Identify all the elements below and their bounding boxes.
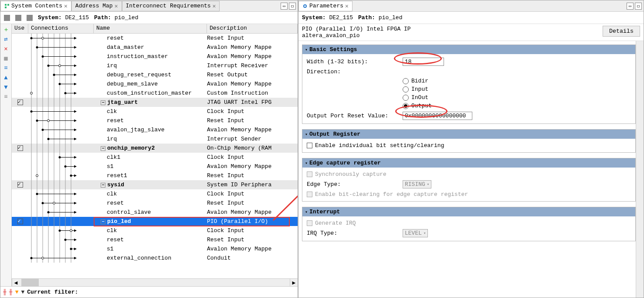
move-down-button[interactable]: ▼ — [2, 83, 10, 91]
checkbox-icon — [307, 171, 312, 177]
collapse-icon[interactable] — [4, 15, 10, 21]
close-icon[interactable]: ✕ — [213, 3, 216, 10]
direction-radio-input[interactable]: Input — [403, 86, 631, 92]
signal-row[interactable]: resetReset Input — [12, 235, 298, 244]
vertical-scrollbar[interactable] — [636, 41, 644, 298]
scroll-thumb[interactable] — [21, 279, 39, 286]
scroll-right-icon[interactable]: ▶ — [290, 279, 298, 286]
column-description[interactable]: Description — [207, 24, 298, 33]
signal-row[interactable]: clkClock Input — [12, 226, 298, 235]
component-row[interactable]: −sysidSystem ID Periphera — [12, 180, 298, 189]
maximize-button[interactable]: ◻ — [289, 3, 296, 10]
tab-address-map[interactable]: Address Map ✕ — [71, 1, 122, 11]
scroll-left-icon[interactable]: ◀ — [12, 279, 20, 286]
signal-row[interactable]: external_connectionConduit — [12, 253, 298, 263]
section-title[interactable]: ▾Edge capture register — [302, 158, 635, 168]
row-description: Reset Output — [207, 72, 298, 78]
use-checkbox[interactable] — [17, 99, 23, 105]
close-icon[interactable]: ✕ — [64, 3, 68, 10]
signal-row[interactable]: irqInterrupt Receiver — [12, 61, 298, 70]
collapse-icon[interactable]: − — [101, 146, 105, 151]
collapse-icon[interactable]: − — [101, 183, 105, 188]
breadcrumb: System: DE2_115 Path: pio_led — [0, 12, 298, 24]
reset-value-input[interactable] — [403, 112, 472, 120]
column-use[interactable]: Use — [12, 24, 28, 33]
system-label: System: DE2_115 — [302, 14, 353, 21]
signal-row[interactable]: debug_reset_requestReset Output — [12, 70, 298, 79]
gear-icon — [302, 3, 308, 9]
enable-bit-checkbox[interactable]: Enable individual bit setting/clearing — [307, 142, 631, 149]
direction-radio-bidir[interactable]: Bidir — [403, 78, 631, 84]
direction-radio-inout[interactable]: InOut — [403, 94, 631, 101]
expand-icon[interactable] — [15, 15, 21, 21]
signal-row[interactable]: custom_instruction_masterCustom Instruct… — [12, 89, 298, 98]
tab-parameters[interactable]: Parameters ✕ — [298, 1, 353, 11]
funnel-icon[interactable]: ▼ — [15, 289, 19, 295]
signal-row[interactable]: clk1Clock Input — [12, 153, 298, 162]
signal-row[interactable]: resetReset Input — [12, 199, 298, 208]
component-row[interactable]: −onchip_memory2On-Chip Memory (RAM — [12, 144, 298, 153]
signal-row[interactable]: resetReset Input — [12, 116, 298, 125]
collapse-icon: ▾ — [305, 47, 308, 52]
details-button[interactable]: Details — [603, 26, 640, 37]
maximize-button[interactable]: ◻ — [635, 3, 642, 10]
signal-row[interactable]: resetReset Input — [12, 34, 298, 43]
row-name: reset1 — [107, 172, 127, 179]
collapse-icon[interactable]: − — [101, 219, 105, 224]
connect-button[interactable]: ⇄ — [2, 35, 10, 43]
signal-row[interactable]: s1Avalon Memory Mappe — [12, 162, 298, 171]
use-checkbox[interactable] — [17, 219, 23, 224]
use-checkbox[interactable] — [17, 145, 23, 151]
signal-row[interactable]: debug_mem_slaveAvalon Memory Mappe — [12, 79, 298, 89]
row-description: System ID Periphera — [207, 182, 298, 188]
section-title[interactable]: ▾Output Register — [302, 130, 635, 139]
system-icon — [27, 15, 33, 21]
signal-row[interactable]: irqInterrupt Sender — [12, 134, 298, 144]
collapse-icon[interactable]: − — [101, 100, 105, 105]
close-icon[interactable]: ✕ — [345, 3, 349, 10]
direction-radio-output[interactable]: Output — [403, 103, 631, 109]
column-connections[interactable]: Connections — [28, 24, 94, 33]
more-button[interactable]: ≡ — [2, 93, 10, 101]
radio-label: Bidir — [411, 78, 428, 84]
width-input[interactable] — [403, 58, 444, 66]
signal-row[interactable]: reset1Reset Input — [12, 171, 298, 180]
tab-interconnect-requirements[interactable]: Interconnect Requirements ✕ — [122, 1, 220, 11]
section-title[interactable]: ▾Interrupt — [302, 207, 635, 216]
add-button[interactable]: ＋ — [2, 26, 10, 34]
collapse-icon: ▾ — [305, 161, 308, 166]
remove-button[interactable]: ✕ — [2, 45, 10, 53]
component-row[interactable]: −pio_ledPIO (Parallel I/O) — [12, 217, 298, 226]
filter-icon[interactable]: ╫ — [3, 289, 7, 295]
clear-filter-icon[interactable]: ▼ — [21, 289, 24, 295]
edit-button[interactable]: ▦ — [2, 55, 10, 62]
signal-row[interactable]: instruction_masterAvalon Memory Mappe — [12, 52, 298, 61]
signal-row[interactable]: avalon_jtag_slaveAvalon Memory Mappe — [12, 125, 298, 134]
parameters-header: PIO (Parallel I/O) Intel FPGA IP altera_… — [298, 24, 644, 41]
minimize-button[interactable]: ▭ — [281, 3, 288, 10]
row-name: data_master — [107, 44, 144, 51]
signal-row[interactable]: s1Avalon Memory Mappe — [12, 244, 298, 253]
signal-row[interactable]: clkClock Input — [12, 189, 298, 199]
breadcrumb: System: DE2_115 Path: pio_led — [298, 12, 644, 24]
close-icon[interactable]: ✕ — [115, 3, 118, 10]
signal-row[interactable]: clkClock Input — [12, 107, 298, 116]
table-body[interactable]: resetReset Inputdata_masterAvalon Memory… — [12, 34, 298, 278]
row-name: reset — [107, 200, 124, 206]
system-label: System: DE2_115 — [38, 14, 89, 21]
row-description: Reset Input — [207, 117, 298, 124]
minimize-button[interactable]: ▭ — [627, 3, 634, 10]
filter-button[interactable]: ≡ — [2, 64, 10, 72]
signal-row[interactable]: data_masterAvalon Memory Mappe — [12, 43, 298, 52]
filter-icon-2[interactable]: ╫ — [9, 289, 13, 295]
tab-system-contents[interactable]: System Contents ✕ — [0, 1, 71, 11]
checkbox-icon — [307, 220, 312, 226]
generate-irq-checkbox: Generate IRQ — [307, 220, 631, 226]
use-checkbox[interactable] — [17, 182, 23, 188]
component-row[interactable]: −jtag_uartJTAG UART Intel FPG — [12, 98, 298, 107]
move-up-button[interactable]: ▲ — [2, 74, 10, 82]
horizontal-scrollbar[interactable]: ◀ ▶ — [12, 278, 298, 286]
signal-row[interactable]: control_slaveAvalon Memory Mappe — [12, 208, 298, 217]
column-name[interactable]: Name — [94, 24, 207, 33]
section-title[interactable]: ▾Basic Settings — [302, 45, 635, 54]
